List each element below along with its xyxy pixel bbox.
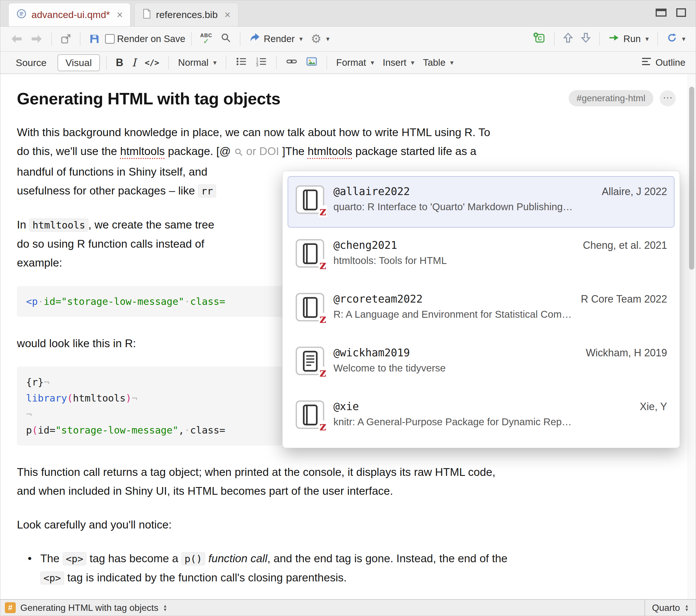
format-menu-label: Format bbox=[336, 57, 366, 68]
chevron-down-icon[interactable]: ▾ bbox=[645, 35, 649, 43]
citation-author: R Core Team 2022 bbox=[581, 293, 667, 305]
section-selector-arrows-icon[interactable]: ▲▼ bbox=[163, 604, 168, 612]
render-options-button[interactable]: ⚙ ▾ bbox=[308, 31, 333, 47]
chevron-down-icon: ▾ bbox=[213, 59, 217, 67]
render-button[interactable]: Render ▾ bbox=[246, 31, 306, 47]
vertical-scrollbar[interactable] bbox=[688, 74, 696, 599]
citation-key: @rcoreteam2022 bbox=[333, 293, 423, 305]
italic-text: function call bbox=[208, 552, 267, 565]
tab-close-icon[interactable]: × bbox=[117, 10, 123, 20]
qmd-file-icon bbox=[16, 8, 27, 21]
outline-toggle-button[interactable]: Outline bbox=[638, 55, 688, 70]
code-token: id= bbox=[44, 296, 61, 307]
code-token: ) bbox=[126, 392, 131, 404]
citation-title: R: A Language and Environment for Statis… bbox=[333, 309, 667, 320]
insert-image-button[interactable] bbox=[303, 54, 320, 71]
numbered-list-button[interactable]: 123 bbox=[253, 54, 270, 71]
source-mode-button[interactable]: Source bbox=[8, 54, 55, 71]
zotero-badge-icon: z bbox=[318, 205, 327, 217]
code-token: id= bbox=[38, 424, 55, 436]
table-menu[interactable]: Table ▾ bbox=[420, 55, 457, 70]
citation-key: @cheng2021 bbox=[333, 239, 397, 252]
text: usefulness for other packages – like bbox=[17, 184, 198, 197]
citation-item[interactable]: z @rcoreteam2022 R Core Team 2022 R: A L… bbox=[288, 284, 675, 335]
citation-key: @wickham2019 bbox=[333, 346, 410, 359]
save-button[interactable] bbox=[86, 32, 103, 46]
editor-status-bar: # Generating HTML with tag objects ▲▼ Qu… bbox=[0, 599, 696, 616]
citation-item[interactable]: z @wickham2019 Wickham, H 2019 Welcome t… bbox=[288, 338, 675, 389]
visual-mode-button[interactable]: Visual bbox=[58, 54, 100, 71]
code-token: "storage-low-message" bbox=[61, 296, 184, 307]
back-button[interactable] bbox=[8, 32, 26, 46]
minimize-icon[interactable] bbox=[655, 9, 666, 17]
tab-close-icon[interactable]: × bbox=[225, 10, 231, 20]
inline-code-button[interactable]: </> bbox=[142, 56, 162, 69]
inline-code: <p> bbox=[63, 552, 86, 565]
zotero-badge-icon: z bbox=[318, 259, 327, 271]
render-on-save-checkbox[interactable] bbox=[105, 34, 115, 44]
format-menu[interactable]: Format ▾ bbox=[333, 55, 377, 70]
spellcheck-icon: ABC ✓ bbox=[200, 33, 212, 45]
go-previous-section-button[interactable] bbox=[560, 31, 576, 47]
find-button[interactable] bbox=[218, 31, 234, 47]
scrollbar-thumb[interactable] bbox=[689, 87, 694, 270]
rerun-button[interactable]: ▾ bbox=[664, 31, 688, 47]
search-icon bbox=[234, 147, 243, 159]
document-article-icon: z bbox=[295, 346, 325, 376]
bullet-list-button[interactable] bbox=[233, 54, 250, 71]
forward-button[interactable] bbox=[28, 32, 46, 46]
citation-title: Welcome to the tidyverse bbox=[333, 362, 667, 374]
italic-button[interactable]: I bbox=[129, 54, 139, 71]
popout-window-button[interactable] bbox=[58, 32, 74, 46]
go-next-section-button[interactable] bbox=[578, 31, 594, 47]
section-menu-button[interactable]: ··· bbox=[660, 91, 676, 107]
zotero-badge-icon: z bbox=[318, 420, 327, 433]
citation-completion-popup: z @allaire2022 Allaire, J 2022 quarto: R… bbox=[282, 171, 680, 448]
tab-label: advanced-ui.qmd* bbox=[31, 9, 110, 20]
rstudio-source-window: advanced-ui.qmd* × references.bib × bbox=[0, 0, 696, 616]
text: The bbox=[41, 552, 63, 565]
journal-article-icon: z bbox=[295, 239, 325, 268]
spellcheck-button[interactable]: ABC ✓ bbox=[197, 31, 215, 47]
chevron-down-icon[interactable]: ▾ bbox=[299, 35, 303, 43]
bib-file-icon bbox=[142, 8, 152, 21]
text: tag has become a bbox=[86, 552, 181, 565]
toolbar-separator bbox=[276, 56, 277, 69]
insert-link-button[interactable] bbox=[283, 54, 300, 71]
document-mode-label: Quarto bbox=[652, 603, 680, 613]
citation-item[interactable]: z @allaire2022 Allaire, J 2022 quarto: R… bbox=[288, 176, 675, 228]
linebreak-mark: ¬ bbox=[26, 408, 32, 420]
text: , and the end tag is gone. Instead, the … bbox=[267, 552, 507, 565]
citation-start-text: package. [@ bbox=[165, 145, 231, 157]
citation-item[interactable]: z @cheng2021 Cheng, et al. 2021 htmltool… bbox=[288, 230, 675, 281]
code-token: {r} bbox=[26, 376, 44, 388]
toolbar-separator bbox=[327, 56, 327, 69]
bold-button[interactable]: B bbox=[113, 55, 126, 70]
code-token: class= bbox=[190, 424, 225, 436]
text: do so using R function calls instead of bbox=[17, 238, 204, 250]
insert-chunk-button[interactable]: C bbox=[530, 30, 548, 47]
paragraph-look-carefully: Look carefully and you'll notice: bbox=[17, 515, 676, 534]
code-token: class= bbox=[190, 296, 225, 307]
tab-references-bib[interactable]: references.bib × bbox=[135, 3, 238, 26]
journal-article-icon: z bbox=[295, 400, 325, 429]
document-mode-selector[interactable]: Quarto ▲▼ bbox=[645, 600, 696, 616]
bullet-marker: • bbox=[28, 549, 32, 587]
paragraph-function-call: This function call returns a tag object;… bbox=[17, 463, 676, 501]
citation-item[interactable]: z @xie Xie, Y knitr: A General-Purpose P… bbox=[288, 391, 675, 443]
maximize-icon[interactable] bbox=[676, 8, 686, 17]
text: handful of functions in Shiny itself, an… bbox=[17, 166, 207, 178]
code-token: <p bbox=[26, 296, 38, 307]
citation-title: quarto: R Interface to 'Quarto' Markdown… bbox=[333, 201, 667, 212]
text: tag is indicated by the function call's … bbox=[64, 571, 347, 584]
citation-author: Allaire, J 2022 bbox=[602, 185, 667, 198]
run-button[interactable]: Run ▾ bbox=[605, 31, 652, 46]
paragraph-style-dropdown[interactable]: Normal ▾ bbox=[175, 55, 219, 70]
chevron-down-icon: ▾ bbox=[411, 59, 414, 67]
citation-key: @allaire2022 bbox=[333, 185, 410, 198]
current-section-label[interactable]: Generating HTML with tag objects bbox=[20, 603, 159, 613]
toolbar-separator bbox=[191, 32, 192, 46]
insert-menu[interactable]: Insert ▾ bbox=[380, 55, 417, 70]
tab-advanced-ui-qmd[interactable]: advanced-ui.qmd* × bbox=[8, 3, 130, 26]
citation-placeholder: or DOI bbox=[246, 145, 279, 157]
